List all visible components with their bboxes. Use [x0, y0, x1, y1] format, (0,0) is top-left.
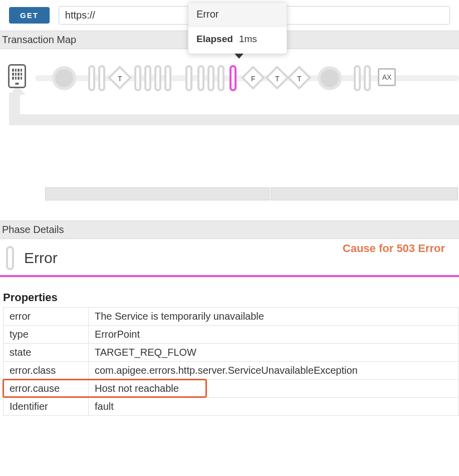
properties-section: Properties errorThe Service is temporari… [0, 277, 459, 416]
tooltip-elapsed-label: Elapsed [196, 34, 233, 44]
property-value: fault [89, 398, 459, 416]
property-value: ErrorPoint [89, 326, 459, 344]
tmap-node-diamond[interactable]: F [245, 65, 262, 86]
tmap-node-pill[interactable] [164, 65, 171, 91]
client-device-icon [8, 64, 26, 88]
table-row: errorThe Service is temporarily unavaila… [4, 308, 459, 326]
tmap-tab[interactable] [45, 187, 270, 200]
tmap-node-pill[interactable] [98, 65, 105, 91]
annotation-label: Cause for 503 Error [343, 242, 445, 255]
tmap-node-circle[interactable] [52, 65, 76, 90]
table-row: error.causeHost not reachable [4, 380, 459, 398]
property-key: type [4, 326, 89, 344]
tmap-node-pill[interactable] [185, 65, 192, 91]
tmap-tab[interactable] [271, 187, 458, 200]
tmap-node-circle[interactable] [318, 65, 342, 90]
tmap-node-pill[interactable] [207, 65, 214, 91]
tmap-node-pill[interactable] [144, 65, 151, 91]
property-key: error.class [4, 362, 89, 380]
tooltip-title: Error [188, 3, 287, 27]
tmap-node-pill[interactable] [197, 65, 204, 91]
section-phase-details-label: Phase Details [0, 220, 459, 239]
transaction-map: T F T T AX [0, 49, 459, 200]
phase-title-row: Error Cause for 503 Error [0, 239, 459, 277]
tmap-node-diamond[interactable]: T [269, 65, 286, 86]
http-method-button[interactable]: GET [9, 7, 50, 24]
tmap-node-square[interactable]: AX [378, 65, 396, 86]
table-row: stateTARGET_REQ_FLOW [4, 344, 459, 362]
tmap-node-diamond[interactable]: T [111, 65, 128, 86]
tooltip-arrow-icon [235, 54, 244, 59]
property-key: Identifier [4, 398, 89, 416]
tmap-return-vertical [9, 93, 20, 116]
property-key: error.cause [4, 380, 89, 398]
property-value: TARGET_REQ_FLOW [89, 344, 459, 362]
tooltip-elapsed-value: 1ms [239, 34, 257, 44]
tmap-node-pill[interactable] [364, 65, 371, 91]
error-tooltip: Error Elapsed1ms [188, 2, 287, 54]
table-row: Identifierfault [4, 398, 459, 416]
property-key: state [4, 344, 89, 362]
tmap-node-pill-selected[interactable] [230, 65, 237, 91]
phase-title: Error [24, 250, 58, 267]
properties-heading: Properties [3, 291, 459, 304]
tmap-tabs [45, 187, 459, 200]
tmap-return-path [9, 114, 459, 125]
property-value: Host not reachable [89, 380, 459, 398]
tmap-node-diamond[interactable]: T [291, 65, 308, 86]
table-row: error.classcom.apigee.errors.http.server… [4, 362, 459, 380]
tmap-node-pill[interactable] [88, 65, 95, 91]
property-value: The Service is temporarily unavailable [89, 308, 459, 326]
tmap-node-pill[interactable] [134, 65, 141, 91]
properties-table: errorThe Service is temporarily unavaila… [3, 307, 459, 416]
tmap-node-pill[interactable] [217, 65, 224, 91]
table-row: typeErrorPoint [4, 326, 459, 344]
phase-pill-icon [6, 246, 14, 270]
property-key: error [4, 308, 89, 326]
property-value: com.apigee.errors.http.server.ServiceUna… [89, 362, 459, 380]
tmap-node-pill[interactable] [154, 65, 161, 91]
tooltip-body: Elapsed1ms [188, 27, 287, 54]
tmap-node-pill[interactable] [354, 65, 361, 91]
